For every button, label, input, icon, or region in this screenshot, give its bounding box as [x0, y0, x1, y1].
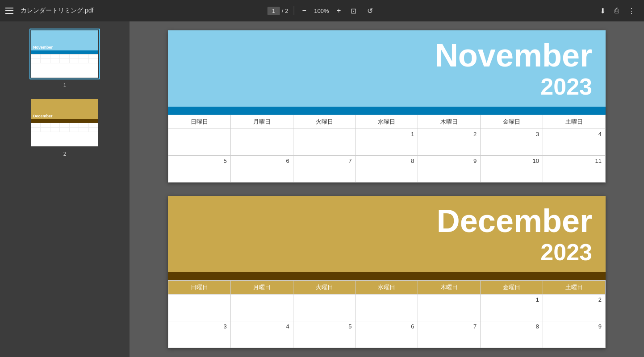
dec-day-header-sun: 日曜日 [168, 281, 231, 295]
document-title: カレンダートリミング.pdf [21, 7, 93, 15]
thumb-cell [70, 59, 79, 63]
thumb-cell [70, 123, 79, 128]
toolbar-left: カレンダートリミング.pdf [5, 7, 93, 15]
total-pages: 2 [285, 8, 288, 14]
thumb-preview-2: December [31, 99, 98, 146]
table-row: 5 6 7 8 9 10 11 [168, 156, 606, 183]
thumb-cell [89, 54, 98, 59]
thumb-cell [50, 54, 60, 59]
december-month-title: December [437, 205, 592, 237]
thumb-frame-2: December [29, 97, 100, 148]
thumb-cell [60, 54, 69, 59]
november-calendar-grid: 日曜日 月曜日 火曜日 水曜日 木曜日 金曜日 土曜日 1 [168, 115, 606, 183]
more-options-button[interactable]: ⋮ [624, 5, 639, 17]
thumb-cell [89, 128, 98, 132]
nov-day-10: 10 [481, 156, 543, 183]
thumb-cell [79, 128, 88, 132]
nov-cell-empty [168, 129, 231, 156]
nov-cell-empty [230, 129, 293, 156]
thumb-nov-header: November [31, 30, 98, 50]
november-year: 2023 [540, 73, 592, 100]
day-header-mon: 月曜日 [230, 115, 293, 129]
nov-day-6: 6 [230, 156, 293, 183]
zoom-level: 100% [313, 8, 330, 14]
page-thumbnail-1[interactable]: November [5, 29, 124, 88]
thumb-cell [70, 128, 79, 132]
menu-icon[interactable] [5, 8, 13, 14]
day-header-thu: 木曜日 [418, 115, 481, 129]
zoom-out-button[interactable]: − [300, 6, 309, 16]
dec-day-1: 1 [481, 295, 543, 321]
day-header-sun: 日曜日 [168, 115, 231, 129]
dec-day-6: 6 [355, 321, 418, 348]
november-header-row: 日曜日 月曜日 火曜日 水曜日 木曜日 金曜日 土曜日 [168, 115, 606, 129]
nov-day-8: 8 [355, 156, 418, 183]
dec-day-3: 3 [168, 321, 231, 348]
page-navigation: / 2 [268, 7, 289, 15]
thumb-cell [41, 59, 50, 63]
thumb-nov-title: November [33, 45, 53, 50]
dec-cell-empty [293, 295, 355, 321]
dec-day-header-sat: 土曜日 [543, 281, 606, 295]
nov-day-7: 7 [293, 156, 355, 183]
dec-day-header-thu: 木曜日 [418, 281, 481, 295]
nov-day-3: 3 [481, 129, 543, 156]
zoom-in-button[interactable]: + [334, 6, 343, 16]
table-row: 1 2 [168, 295, 606, 321]
thumbnail-sidebar: November [0, 21, 130, 357]
day-header-tue: 火曜日 [293, 115, 355, 129]
table-row: 1 2 3 4 [168, 129, 606, 156]
thumb-cell [79, 59, 88, 63]
november-calendar-page: November 2023 日曜日 月曜日 火曜日 水曜日 木曜日 金曜日 土曜… [168, 30, 606, 183]
page-thumbnail-2[interactable]: December [5, 97, 124, 157]
thumb-cell [41, 123, 50, 128]
november-header: November 2023 [168, 30, 606, 107]
dec-day-header-wed: 水曜日 [355, 281, 418, 295]
dec-day-header-tue: 火曜日 [293, 281, 355, 295]
print-button[interactable]: ⎙ [611, 5, 623, 17]
thumb-nov-strip [31, 50, 98, 54]
thumb-cell [31, 128, 41, 132]
toolbar-center: / 2 − 100% + ⊡ ↺ [268, 5, 377, 17]
page-separator: / [282, 8, 284, 14]
thumb-cell [70, 54, 79, 59]
dec-day-9: 9 [543, 321, 606, 348]
thumb-cell [41, 54, 50, 59]
rotate-button[interactable]: ↺ [364, 5, 376, 17]
december-header: December 2023 [168, 196, 606, 272]
current-page-input[interactable] [268, 7, 280, 15]
dec-cell-empty [355, 295, 418, 321]
nov-day-2: 2 [418, 129, 481, 156]
nov-day-9: 9 [418, 156, 481, 183]
thumb-frame-1: November [29, 29, 100, 79]
dec-cell-empty [230, 295, 293, 321]
nov-day-11: 11 [543, 156, 606, 183]
thumb-cell [41, 128, 50, 132]
dec-cell-empty [418, 295, 481, 321]
november-month-title: November [435, 39, 592, 71]
dec-day-8: 8 [481, 321, 543, 348]
thumb-cell [89, 123, 98, 128]
nov-cell-empty [293, 129, 355, 156]
thumb-cell [60, 128, 69, 132]
thumb-page-number-1: 1 [63, 82, 67, 88]
dec-day-2: 2 [543, 295, 606, 321]
thumb-dec-title: December [33, 114, 53, 118]
december-strip [168, 272, 606, 280]
thumb-preview-1: November [31, 30, 98, 78]
dec-day-4: 4 [230, 321, 293, 348]
dec-day-7: 7 [418, 321, 481, 348]
day-header-wed: 水曜日 [355, 115, 418, 129]
november-strip [168, 107, 606, 115]
dec-cell-empty [168, 295, 231, 321]
december-calendar-page: December 2023 日曜日 月曜日 火曜日 水曜日 木曜日 金曜日 土曜… [168, 196, 606, 348]
thumb-cell [50, 59, 60, 63]
pdf-content-area[interactable]: November 2023 日曜日 月曜日 火曜日 水曜日 木曜日 金曜日 土曜… [130, 21, 644, 357]
main-layout: November [0, 21, 644, 357]
download-button[interactable]: ⬇ [596, 5, 609, 17]
toolbar: カレンダートリミング.pdf / 2 − 100% + ⊡ ↺ ⬇ ⎙ ⋮ [0, 0, 644, 21]
thumb-cell [60, 123, 69, 128]
dec-day-header-fri: 金曜日 [481, 281, 543, 295]
fit-page-button[interactable]: ⊡ [347, 5, 360, 17]
thumb-cell [31, 54, 41, 59]
